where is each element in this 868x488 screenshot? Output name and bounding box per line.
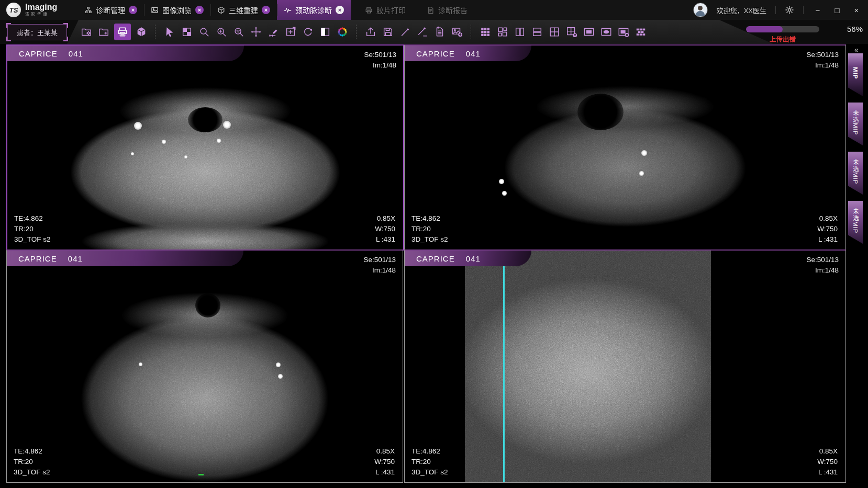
settings-gear-icon[interactable] — [785, 5, 794, 15]
series-info-overlay: Se:501/13Im:1/48 — [806, 50, 839, 71]
application-window: TS Imaging 清影华康 诊断管理×图像浏览×三维重建×颈动脉诊断×胶片打… — [0, 0, 868, 488]
mip-tab-1[interactable]: MIP — [848, 53, 863, 96]
color-wheel-icon-button[interactable] — [336, 24, 349, 40]
shape-ellipse-icon-button[interactable] — [599, 24, 613, 40]
search-icon-button[interactable] — [197, 24, 211, 40]
viewport-2[interactable]: CAPRICE 041 Se:501/13Im:1/48 TE:4.862TR:… — [404, 44, 846, 250]
tab-诊断管理[interactable]: 诊断管理× — [77, 0, 144, 20]
divider — [775, 6, 776, 14]
folder-add-icon-button[interactable] — [97, 24, 110, 40]
welcome-text: 欢迎您，XX医生 — [717, 5, 766, 15]
measure-icon-button[interactable] — [266, 24, 280, 40]
tab-诊断报告: 诊断报告 — [420, 0, 474, 20]
brand-name: Imaging — [25, 3, 57, 12]
shape-rect-clear-icon-button[interactable] — [617, 24, 630, 40]
brand-logo-icon: TS — [6, 3, 21, 17]
layout-2col-icon-button[interactable] — [513, 24, 527, 40]
tab-label: 图像浏览 — [162, 5, 192, 15]
mip-sidebar: « MIP未选MIP未选MIP未选MIP — [847, 44, 868, 481]
tab-颈动脉诊断[interactable]: 颈动脉诊断× — [277, 0, 351, 20]
toolbar-divider — [155, 25, 156, 39]
acquisition-overlay: TE:4.862TR:203D_TOF s2 — [411, 213, 448, 245]
tab-图像浏览[interactable]: 图像浏览× — [144, 0, 210, 20]
viewport-1[interactable]: CAPRICE 041 Se:501/13Im:1/48 TE:4.862TR:… — [6, 44, 404, 251]
acquisition-overlay: TE:4.862TR:203D_TOF s2 — [14, 446, 50, 478]
contrast-icon-button[interactable] — [318, 24, 332, 40]
localizer-line — [503, 251, 505, 482]
mip-tab-2[interactable]: 未选MIP — [848, 103, 863, 145]
window-level-overlay: 0.85XW:750L :431 — [817, 213, 838, 245]
tab-close-button[interactable]: × — [129, 6, 137, 14]
layout-2row-icon-button[interactable] — [530, 24, 544, 40]
layout-tiles-icon-button[interactable] — [496, 24, 509, 40]
grid-3x3-icon-button[interactable] — [478, 24, 492, 40]
upload-percent-label: 56% — [847, 25, 863, 33]
mip-tab-4[interactable]: 未选MIP — [848, 201, 863, 244]
toolbar-icon-row: x2 — [80, 20, 648, 44]
viewport-3[interactable]: CAPRICE 041 Se:501/13Im:1/48 TE:4.862TR:… — [6, 249, 403, 483]
layout-clear-icon-button[interactable] — [565, 24, 578, 40]
upload-error-label: 上传出错 — [746, 34, 819, 44]
patient-name-field[interactable]: 患者：王某某 — [7, 24, 67, 40]
corner-bracket — [6, 23, 11, 28]
image-icon — [151, 6, 159, 14]
toolbar-divider — [356, 25, 357, 39]
tab-close-button[interactable]: × — [336, 6, 344, 14]
series-header: CAPRICE 041 — [405, 46, 531, 61]
mip-tab-list: MIP未选MIP未选MIP未选MIP — [848, 53, 863, 244]
minimize-button[interactable]: − — [813, 6, 823, 15]
upload-progress-bar — [746, 26, 819, 32]
cube-3d-icon-button[interactable] — [135, 24, 148, 40]
series-info-overlay: Se:501/13Im:1/48 — [806, 255, 839, 276]
pan-icon-button[interactable] — [249, 24, 263, 40]
tab-close-button[interactable]: × — [195, 6, 204, 14]
series-info-overlay: Se:501/13Im:1/48 — [363, 255, 396, 276]
tab-胶片打印: 胶片打印 — [358, 0, 413, 20]
acquisition-overlay: TE:4.862TR:203D_TOF s2 — [14, 213, 51, 245]
probe-minus-icon-button[interactable] — [416, 24, 429, 40]
user-avatar[interactable] — [693, 3, 708, 17]
shape-rect-icon-button[interactable] — [582, 24, 596, 40]
tab-label: 颈动脉诊断 — [295, 5, 332, 15]
zoom-x2-icon-button[interactable]: x2 — [232, 24, 246, 40]
print-icon-button[interactable] — [114, 24, 131, 40]
printer-icon — [365, 6, 373, 14]
titlebar-right-cluster: 欢迎您，XX医生 − □ × — [693, 0, 862, 20]
folder-settings-icon-button[interactable] — [80, 24, 93, 40]
upload-icon-button[interactable] — [364, 24, 377, 40]
tab-label: 诊断报告 — [438, 5, 468, 15]
invert-tile-icon-button[interactable] — [180, 24, 194, 40]
zoom-in-icon-button[interactable] — [215, 24, 228, 40]
mip-tab-3[interactable]: 未选MIP — [848, 152, 863, 195]
close-button[interactable]: × — [851, 6, 862, 15]
toolbar: 患者：王某某 x2 56% 上传出错 — [0, 20, 868, 44]
mri-axial-image — [7, 251, 403, 482]
cube-icon — [217, 6, 225, 14]
image-upload-icon-button[interactable] — [450, 24, 464, 40]
acquisition-overlay: TE:4.862TR:203D_TOF s2 — [411, 446, 448, 478]
series-header: CAPRICE 041 — [7, 46, 244, 61]
window-level-overlay: 0.85XW:750L :431 — [817, 446, 838, 478]
rotate-icon-button[interactable] — [301, 24, 315, 40]
report-add-icon-button[interactable] — [433, 24, 447, 40]
mri-coronal-image — [405, 251, 845, 482]
mip-noise-image — [465, 251, 711, 482]
corner-bracket — [63, 23, 68, 28]
waveform-icon — [284, 6, 292, 14]
probe-icon-button[interactable] — [398, 24, 412, 40]
layout-2x2-icon-button[interactable] — [548, 24, 561, 40]
annotate-add-icon-button[interactable] — [284, 24, 297, 40]
collapse-sidebar-icon[interactable]: « — [854, 46, 858, 54]
maximize-button[interactable]: □ — [832, 6, 842, 15]
filmstrip-icon-button[interactable] — [634, 24, 648, 40]
save-icon-button[interactable] — [381, 24, 395, 40]
series-header: CAPRICE 041 — [405, 251, 531, 266]
svg-text:x2: x2 — [236, 29, 240, 33]
tab-close-button[interactable]: × — [262, 6, 270, 14]
tab-label: 三维重建 — [229, 5, 258, 15]
tab-三维重建[interactable]: 三维重建× — [210, 0, 277, 20]
cursor-icon-button[interactable] — [163, 24, 176, 40]
series-header: CAPRICE 041 — [7, 251, 243, 266]
viewport-4[interactable]: CAPRICE 041 Se:501/13Im:1/48 TE:4.862TR:… — [404, 249, 846, 483]
title-bar: TS Imaging 清影华康 诊断管理×图像浏览×三维重建×颈动脉诊断×胶片打… — [0, 0, 868, 20]
